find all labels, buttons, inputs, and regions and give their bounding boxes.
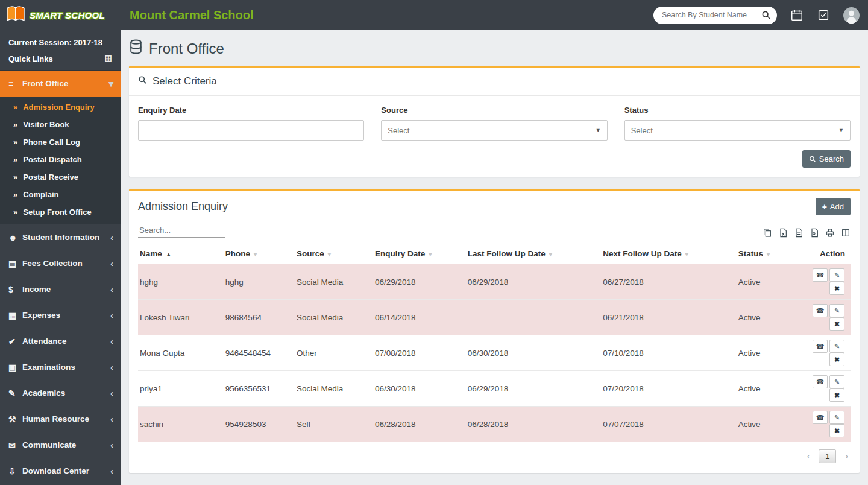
sidebar-submenu-item[interactable]: » Admission Enquiry bbox=[0, 98, 121, 116]
table-search-input[interactable] bbox=[138, 223, 225, 238]
menu-item-label: Expenses bbox=[22, 311, 110, 320]
cell-name: priya1 bbox=[138, 371, 224, 407]
sidebar-menu-item[interactable]: ✎ Academics ‹ bbox=[0, 380, 121, 406]
menu-item-label: Examinations bbox=[22, 363, 110, 372]
sidebar-menu-item[interactable]: ▣ Examinations ‹ bbox=[0, 354, 121, 380]
edit-button[interactable]: ✎ bbox=[829, 411, 844, 424]
calendar-icon[interactable] bbox=[790, 8, 804, 22]
sidebar-submenu-item[interactable]: » Visitor Book bbox=[0, 116, 121, 133]
status-select[interactable]: Select ▼ bbox=[624, 120, 851, 141]
copy-icon[interactable] bbox=[763, 228, 772, 238]
search-button[interactable]: Search bbox=[802, 150, 851, 168]
sidebar-menu-item[interactable]: $ Income ‹ bbox=[0, 276, 121, 302]
sidebar-menu-item[interactable]: ✔ Attendance ‹ bbox=[0, 328, 121, 354]
search-icon[interactable] bbox=[761, 10, 771, 22]
grid-icon[interactable]: ⊞ bbox=[104, 53, 112, 64]
sidebar-submenu-item[interactable]: » Phone Call Log bbox=[0, 133, 121, 151]
sidebar-submenu-item[interactable]: » Postal Receive bbox=[0, 168, 121, 186]
table-search bbox=[138, 223, 225, 238]
table-row: Mona Gupta 9464548454 Other 07/08/2018 0… bbox=[138, 335, 851, 371]
sidebar-menu-item[interactable]: ✉ Communicate ‹ bbox=[0, 432, 121, 458]
source-select[interactable]: Select ▼ bbox=[381, 120, 607, 141]
sort-icon: ▾ bbox=[429, 251, 432, 258]
submenu-item-label: Visitor Book bbox=[23, 120, 69, 129]
csv-export-icon[interactable] bbox=[794, 228, 804, 238]
table-row: hghg hghg Social Media 06/29/2018 06/29/… bbox=[138, 264, 851, 300]
column-header[interactable]: Enquiry Date▾ bbox=[373, 244, 466, 264]
menu-item-icon: ▣ bbox=[8, 363, 22, 372]
call-button[interactable]: ☎ bbox=[813, 268, 828, 282]
page-title-text: Front Office bbox=[149, 40, 224, 57]
search-button-label: Search bbox=[819, 154, 844, 163]
cell-last-follow-up bbox=[466, 300, 602, 335]
cell-status: Active bbox=[737, 371, 800, 407]
delete-button[interactable]: ✖ bbox=[829, 317, 844, 331]
quick-links[interactable]: Quick Links ⊞ bbox=[0, 49, 121, 71]
edit-button[interactable]: ✎ bbox=[829, 340, 844, 353]
criteria-title: Select Criteria bbox=[153, 75, 217, 87]
call-button[interactable]: ☎ bbox=[813, 304, 828, 317]
column-header[interactable]: Action bbox=[800, 244, 851, 264]
cell-source: Social Media bbox=[295, 264, 373, 300]
sidebar-menu-item[interactable]: ▦ Expenses ‹ bbox=[0, 302, 121, 328]
edit-button[interactable]: ✎ bbox=[829, 268, 844, 282]
tasks-icon[interactable] bbox=[817, 8, 830, 22]
column-header-label: Next Follow Up Date bbox=[603, 249, 682, 258]
column-header[interactable]: Phone▾ bbox=[224, 244, 295, 264]
student-search-input[interactable] bbox=[653, 7, 777, 24]
chevron-down-icon: ▼ bbox=[596, 127, 601, 133]
double-angle-icon: » bbox=[13, 155, 17, 164]
edit-button[interactable]: ✎ bbox=[829, 304, 844, 317]
cell-source: Social Media bbox=[295, 300, 373, 335]
menu-item-icon: ☻ bbox=[8, 233, 22, 242]
page-title: Front Office bbox=[129, 39, 860, 58]
sidebar-menu-item[interactable]: ⇩ Download Center ‹ bbox=[0, 458, 121, 484]
sort-icon: ▾ bbox=[328, 251, 331, 258]
call-button[interactable]: ☎ bbox=[813, 340, 828, 353]
column-header[interactable]: Next Follow Up Date▾ bbox=[601, 244, 737, 264]
sidebar-menu-item[interactable]: ▤ Fees Collection ‹ bbox=[0, 250, 121, 276]
page-number[interactable]: 1 bbox=[819, 449, 836, 463]
column-header[interactable]: Last Follow Up Date▾ bbox=[466, 244, 602, 264]
add-button[interactable]: + Add bbox=[816, 198, 851, 215]
sidebar-menu-item[interactable]: ☻ Student Information ‹ bbox=[0, 224, 121, 250]
submenu-item-label: Postal Dispatch bbox=[23, 155, 82, 164]
chevron-left-icon: ‹ bbox=[110, 284, 113, 294]
delete-button[interactable]: ✖ bbox=[829, 388, 844, 402]
cell-name: Lokesh Tiwari bbox=[138, 300, 224, 335]
column-header[interactable]: Source▾ bbox=[295, 244, 373, 264]
sidebar-submenu-item[interactable]: » Complain bbox=[0, 186, 121, 203]
delete-button[interactable]: ✖ bbox=[829, 282, 844, 295]
call-button[interactable]: ☎ bbox=[813, 375, 828, 388]
call-button[interactable]: ☎ bbox=[813, 411, 828, 424]
pdf-export-icon[interactable] bbox=[810, 228, 819, 238]
enquiry-table: Name▲ Phone▾ Source▾ Enquiry Date▾ Last … bbox=[138, 244, 851, 442]
prev-page-arrow[interactable]: ‹ bbox=[805, 451, 813, 461]
sidebar-menu-item[interactable]: ⚒ Human Resource ‹ bbox=[0, 406, 121, 432]
chevron-left-icon: ‹ bbox=[110, 336, 113, 346]
table-row: Lokesh Tiwari 98684564 Social Media 06/1… bbox=[138, 300, 851, 335]
sidebar-submenu-item[interactable]: » Setup Front Office bbox=[0, 203, 121, 221]
chevron-left-icon: ‹ bbox=[110, 466, 113, 476]
menu-item-label: Fees Collection bbox=[22, 259, 110, 268]
sidebar-item-front-office[interactable]: ≡ Front Office ▾ bbox=[0, 71, 121, 97]
edit-button[interactable]: ✎ bbox=[829, 375, 844, 388]
column-header[interactable]: Status▾ bbox=[737, 244, 800, 264]
delete-button[interactable]: ✖ bbox=[829, 424, 844, 437]
next-page-arrow[interactable]: › bbox=[843, 451, 851, 461]
sidebar-submenu-item[interactable]: » Postal Dispatch bbox=[0, 151, 121, 168]
chevron-left-icon: ‹ bbox=[110, 232, 113, 242]
cell-phone: 954928503 bbox=[224, 407, 295, 442]
export-toolbar bbox=[763, 228, 851, 238]
column-header[interactable]: Name▲ bbox=[138, 244, 224, 264]
excel-export-icon[interactable] bbox=[778, 228, 788, 238]
app-logo[interactable]: SMART SCHOOL bbox=[0, 0, 121, 30]
user-avatar[interactable] bbox=[843, 7, 860, 24]
enquiry-date-input[interactable] bbox=[138, 120, 364, 141]
sidebar-menu: ☻ Student Information ‹ ▤ Fees Collectio… bbox=[0, 224, 121, 485]
student-search bbox=[653, 7, 777, 24]
print-icon[interactable] bbox=[825, 228, 835, 238]
delete-button[interactable]: ✖ bbox=[829, 353, 844, 366]
cell-enquiry-date: 06/28/2018 bbox=[373, 407, 466, 442]
columns-icon[interactable] bbox=[841, 228, 851, 238]
